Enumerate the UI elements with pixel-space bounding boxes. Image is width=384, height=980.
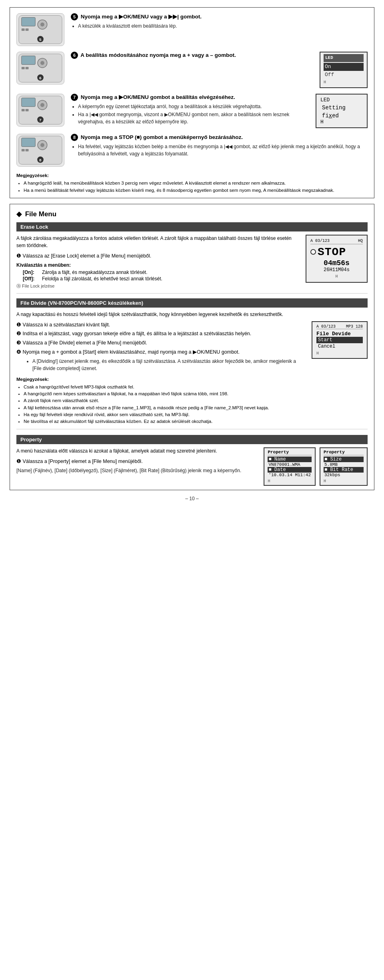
fd-step4: ❹ Nyomja meg a + gombot a [Start] elem k… [16, 348, 305, 356]
step-7-image: 7 [16, 94, 64, 127]
svg-rect-29 [22, 149, 25, 151]
step-7-desc: A képernyőn egy üzenet tájékoztatja arró… [71, 103, 309, 125]
fd-note-4: A fájl kettéosztása után annak első rész… [24, 404, 368, 411]
led-setting-header: LED [320, 97, 363, 103]
setting-small-h: H [320, 119, 363, 125]
fd-cancel: Cancel [316, 343, 363, 350]
top-notes: Megjegyzések: A hangrögzítő leáll, ha me… [16, 172, 368, 194]
file-divide-title: File Divide (VN-8700PC/VN-8600PC készülé… [20, 300, 143, 306]
led-off-label: Off [324, 71, 364, 79]
fd-notes: Megjegyzések: Csak a hangrögzítővel felv… [16, 376, 368, 425]
prop2-size: ■ Size [324, 457, 364, 462]
step-7-row: 7 7 Nyomja meg a ▶OK/MENU gombot a beáll… [16, 94, 368, 128]
prop1-name: ■ Name [268, 457, 312, 462]
svg-point-28 [40, 143, 44, 147]
erase-lock-text: A fájlok zárolása megakadályozza a fonto… [16, 235, 299, 289]
property-display-1: Property ■ Name VN870001.WMA ■ Date '10.… [264, 447, 316, 486]
file-divide-desc: A nagy kapacitású és hosszú felvételi id… [16, 311, 368, 318]
led-small-h: H [324, 79, 364, 86]
file-divide-header: File Divide (VN-8700PC/VN-8600PC készülé… [16, 298, 368, 308]
svg-rect-30 [26, 149, 29, 151]
led-lcd-header: LED [324, 54, 364, 62]
file-divide-section: File Divide (VN-8700PC/VN-8600PC készülé… [16, 298, 368, 425]
step-6-content: 6 A beállítás módosításához nyomja meg a… [71, 52, 313, 61]
file-divide-content: ❶ Válassza ki a szétválasztani kívánt fá… [16, 321, 368, 373]
fd-note-5: Ha egy fájl felvételi ideje rendkívül rö… [24, 411, 368, 418]
divider-1 [16, 293, 368, 294]
file-divide-text-col: ❶ Válassza ki a szétválasztani kívánt fá… [16, 321, 305, 373]
step-7-content: 7 Nyomja meg a ▶OK/MENU gombot a beállít… [71, 94, 309, 126]
step-7-bullet-2: Ha a |◀◀ gombot megnyomja, viszont a ▶OK… [78, 111, 309, 125]
step-5-desc: A készülék a kiválasztott elem beállítás… [71, 22, 368, 30]
step-6-row: 6 6 A beállítás módosításához nyomja meg… [16, 52, 368, 88]
led-lcd-box: LED On Off H [320, 52, 368, 88]
prop2-sizevalue: 5.8MB [324, 462, 364, 467]
property-display-2: Property ■ Size 5.8MB ■ Bit Rate 32kbps … [320, 447, 368, 486]
step-6-display: LED On Off H [320, 52, 368, 88]
step-6-text: A beállítás módosításához nyomja meg a +… [80, 52, 236, 58]
prop-header-2: Property [324, 450, 364, 455]
prop1-date: ■ Date [268, 467, 312, 473]
file-menu-section: ◆ File Menu Erase Lock A fájlok zárolása… [10, 204, 374, 491]
file-menu-title: ◆ File Menu [16, 210, 368, 218]
prop-step1: ❶ Válassza a [Property] elemet a [File M… [16, 458, 258, 465]
stop-count: 26H11M04s [310, 267, 363, 273]
fd-header-left: A 03/123 [316, 324, 336, 329]
svg-rect-21 [22, 109, 25, 111]
fd-note-2: A hangrögzítő nem képes szétválasztani a… [24, 390, 368, 397]
step-6-number: 6 [71, 52, 78, 59]
step-8-desc: Ha felvétel, vagy lejátszás közben belép… [71, 143, 368, 157]
led-on-label: On [324, 63, 364, 71]
svg-rect-22 [26, 109, 29, 111]
fd-step1: ❶ Válassza ki a szétválasztani kívánt fá… [16, 321, 305, 329]
svg-rect-18 [22, 98, 35, 107]
prop-desc2: [Name] (Fájlnév), [Date] (Időbélyegző), … [16, 467, 258, 474]
step-5-bullet-1: A készülék a kiválasztott elem beállítás… [78, 22, 368, 30]
stop-big-text: STOP [318, 246, 346, 258]
fd-note-3: A zárolt fájlok nem választhatók szét. [24, 397, 368, 404]
fd-display-header: A 03/123 MP3 128 [316, 324, 363, 329]
step-8-bullet-1: Ha felvétel, vagy lejátszás közben belép… [78, 143, 368, 157]
page-number: – 10 – [185, 496, 198, 501]
step-7-display: LED Setting fixed H [316, 94, 368, 128]
diamond-icon: ◆ [16, 210, 22, 218]
off-value: Feloldja a fájl zárolását, és lehetővé t… [42, 276, 162, 282]
step-8-title: 8 Nyomja meg a STOP (■) gombot a menükép… [71, 134, 368, 141]
svg-rect-5 [26, 28, 29, 31]
top-section: 5 5 5 Nyomja meg a ▶OK/MENU vagy a ▶▶| g… [10, 7, 374, 198]
fd-note-6: Ne távolítsa el az akkumulátort fájl szé… [24, 418, 368, 425]
fd-header-right: MP3 128 [346, 324, 363, 329]
stop-header: A 03/123 HQ [310, 239, 363, 244]
svg-point-3 [40, 22, 44, 26]
erase-off-option: [Off]: Feloldja a fájl zárolását, és leh… [23, 276, 299, 282]
off-key: [Off]: [23, 276, 39, 282]
svg-rect-13 [22, 67, 25, 69]
step-5-image: 5 5 [16, 13, 64, 46]
svg-rect-26 [22, 138, 35, 147]
erase-options: [On]: Zárolja a fájlt, és megakadályozza… [23, 270, 299, 282]
erase-lock-header: Erase Lock [16, 222, 368, 231]
step-5-text: Nyomja meg a ▶OK/MENU vagy a ▶▶| gombot. [81, 14, 202, 20]
prop1-small: H [268, 479, 312, 483]
fd-step4-detail: A [Dividing!] üzenet jelenik meg, és elk… [25, 358, 305, 372]
svg-text:6: 6 [39, 76, 42, 80]
page: 5 5 5 Nyomja meg a ▶OK/MENU vagy a ▶▶| g… [0, 0, 384, 509]
erase-step1: ❶ Válassza az [Erase Lock] elemet a [Fil… [16, 252, 299, 260]
step-8-row: 8 8 Nyomja meg a STOP (■) gombot a menük… [16, 134, 368, 167]
stop-small: H [310, 274, 363, 279]
svg-rect-14 [26, 67, 29, 69]
led-setting-box: LED Setting fixed H [316, 94, 368, 128]
svg-rect-1 [22, 18, 35, 26]
erase-annotation: ⓐ File Lock jelzése [16, 283, 299, 289]
stop-time: 04m56s [310, 259, 363, 267]
svg-point-20 [40, 103, 44, 107]
fd-note-1: Csak a hangrögzítővel felvett MP3-fájlok… [24, 384, 368, 390]
step-5-number: 5 [71, 13, 78, 20]
step-5-content: 5 Nyomja meg a ▶OK/MENU vagy a ▶▶| gombo… [71, 13, 368, 30]
property-title: Property [20, 437, 42, 443]
note-1: A hangrögzítő leáll, ha menübeállítások … [24, 180, 368, 187]
erase-lock-desc: A fájlok zárolása megakadályozza a fonto… [16, 235, 299, 249]
prop2-bitratevalue: 32kbps [324, 473, 364, 477]
prop-header-1: Property [268, 450, 312, 455]
svg-text:7: 7 [39, 118, 42, 122]
